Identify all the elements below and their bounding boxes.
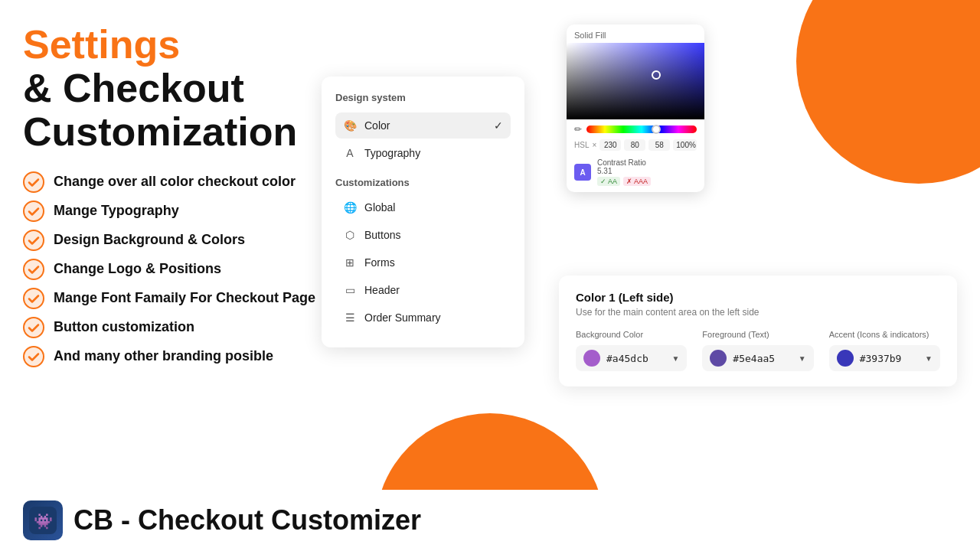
- contrast-value: 5.31: [597, 167, 651, 175]
- feature-item-6: Button customization: [23, 317, 337, 338]
- feature-item-3: Design Background & Colors: [23, 230, 337, 251]
- ds-color-label: Color: [364, 119, 390, 132]
- check-circle-icon: [23, 346, 44, 367]
- badge-aaa: ✗ AAA: [623, 177, 651, 186]
- global-icon: 🌐: [343, 201, 357, 214]
- color-picker-panel: Solid Fill ✏ HSL × 230 80 58 100% A Cont…: [567, 24, 704, 192]
- design-system-label: Design system: [335, 92, 511, 103]
- feature-item-1: Change over all color checkout color: [23, 171, 337, 193]
- cc-swatch-background: [583, 350, 600, 367]
- color-config-panel: Color 1 (Left side) Use for the main con…: [559, 276, 957, 386]
- ds-typography-label: Typography: [364, 147, 420, 159]
- cc-hex-accent: #3937b9: [860, 353, 902, 364]
- hue-slider[interactable]: [586, 126, 697, 133]
- cc-hex-foreground: #5e4aa5: [733, 353, 775, 364]
- check-circle-icon: [23, 171, 44, 193]
- contrast-swatch: A: [574, 164, 591, 181]
- check-circle-icon: [23, 259, 44, 280]
- ds-forms-label: Forms: [364, 256, 395, 269]
- order-summary-icon: ☰: [343, 311, 357, 324]
- header-icon: ▭: [343, 283, 357, 297]
- hsl-h-value[interactable]: 230: [599, 139, 621, 151]
- feature-item-4: Change Logo & Positions: [23, 259, 337, 280]
- ds-order-summary-label: Order Summary: [364, 311, 441, 324]
- cc-col-label-foreground: Foreground (Text): [702, 330, 813, 339]
- cc-col-label-accent: Accent (Icons & indicators): [829, 330, 940, 339]
- check-circle-icon: [23, 317, 44, 338]
- title-settings: Settings: [23, 23, 337, 67]
- ds-global-label: Global: [364, 201, 395, 214]
- typography-icon: A: [343, 146, 357, 160]
- hsl-s-value[interactable]: 80: [624, 139, 645, 151]
- color-config-title: Color 1 (Left side): [576, 291, 940, 304]
- color-col-accent: Accent (Icons & indicators) #3937b9 ▼: [829, 330, 940, 371]
- ds-typography-item[interactable]: A Typography: [335, 140, 511, 166]
- color-config-columns: Background Color #a45dcb ▼ Foreground (T…: [576, 330, 940, 371]
- hue-thumb: [652, 125, 661, 134]
- design-system-card: Design system 🎨 Color ✓ A Typography Cus…: [322, 77, 524, 347]
- color-col-foreground: Foreground (Text) #5e4aa5 ▼: [702, 330, 813, 371]
- buttons-icon: ⬡: [343, 228, 357, 242]
- ds-global-item[interactable]: 🌐 Global: [335, 194, 511, 220]
- ds-buttons-item[interactable]: ⬡ Buttons: [335, 222, 511, 248]
- forms-icon: ⊞: [343, 256, 357, 269]
- cc-swatch-row-accent[interactable]: #3937b9 ▼: [829, 345, 940, 371]
- ds-header-item[interactable]: ▭ Header: [335, 277, 511, 303]
- customizations-label: Customizations: [335, 177, 511, 188]
- hsl-label: HSL: [574, 141, 589, 149]
- cc-chevron-background: ▼: [671, 354, 679, 363]
- check-circle-icon: [23, 201, 44, 222]
- color-gradient-canvas[interactable]: [567, 43, 704, 119]
- ds-header-label: Header: [364, 284, 400, 296]
- feature-item-5: Mange Font Famaily For Checkout Page: [23, 288, 337, 309]
- color-cursor[interactable]: [652, 70, 661, 80]
- contrast-badges: ✓ AA ✗ AAA: [597, 177, 651, 186]
- cc-swatch-row-foreground[interactable]: #5e4aa5 ▼: [702, 345, 813, 371]
- ds-forms-item[interactable]: ⊞ Forms: [335, 249, 511, 276]
- cc-chevron-foreground: ▼: [799, 354, 806, 363]
- check-circle-icon: [23, 288, 44, 309]
- left-section: Settings & Checkout Customization Change…: [23, 23, 337, 367]
- contrast-ratio-label: Contrast Ratio: [597, 158, 651, 167]
- title-checkout: & Checkout: [23, 67, 337, 110]
- color-icon: 🎨: [343, 119, 357, 132]
- solid-fill-label: Solid Fill: [567, 24, 704, 43]
- ds-color-item[interactable]: 🎨 Color ✓: [335, 112, 511, 139]
- badge-aa: ✓ AA: [597, 177, 620, 186]
- hsl-row: HSL × 230 80 58 100%: [567, 139, 704, 155]
- feature-item-7: And many other branding posible: [23, 346, 337, 367]
- feature-list: Change over all color checkout color Man…: [23, 171, 337, 367]
- svg-text:👾: 👾: [34, 512, 53, 530]
- pencil-icon: ✏: [574, 124, 582, 135]
- color-col-background: Background Color #a45dcb ▼: [576, 330, 687, 371]
- cc-swatch-accent: [837, 350, 854, 367]
- ds-color-check: ✓: [494, 119, 503, 132]
- decorative-circle-top-right: [796, 0, 980, 184]
- hue-slider-row: ✏: [567, 119, 704, 139]
- check-circle-icon: [23, 230, 44, 251]
- cc-hex-background: #a45dcb: [606, 353, 648, 364]
- hsl-x: ×: [592, 141, 596, 149]
- cc-col-label-background: Background Color: [576, 330, 687, 339]
- title-customization: Customization: [23, 110, 337, 154]
- hsl-a-value[interactable]: 100%: [673, 139, 697, 151]
- contrast-row: A Contrast Ratio 5.31 ✓ AA ✗ AAA: [567, 155, 704, 192]
- color-config-subtitle: Use for the main content area on the lef…: [576, 307, 940, 318]
- app-name: CB - Checkout Customizer: [74, 504, 421, 536]
- bottom-bar: 👾 CB - Checkout Customizer: [0, 490, 980, 551]
- app-icon: 👾: [23, 500, 63, 540]
- feature-item-2: Mange Typography: [23, 201, 337, 222]
- cc-swatch-foreground: [710, 350, 727, 367]
- cc-swatch-row-background[interactable]: #a45dcb ▼: [576, 345, 687, 371]
- hsl-l-value[interactable]: 58: [648, 139, 670, 151]
- contrast-info: Contrast Ratio 5.31 ✓ AA ✗ AAA: [597, 158, 651, 186]
- cc-chevron-accent: ▼: [925, 354, 933, 363]
- app-logo-svg: 👾: [29, 507, 57, 534]
- ds-order-summary-item[interactable]: ☰ Order Summary: [335, 305, 511, 331]
- ds-buttons-label: Buttons: [364, 229, 400, 241]
